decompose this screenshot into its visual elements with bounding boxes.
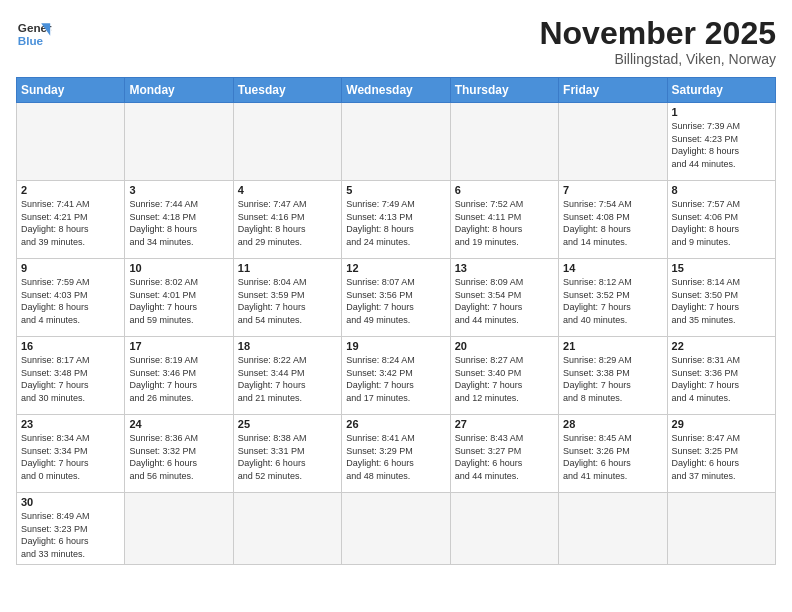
logo-icon: General Blue	[16, 16, 52, 52]
calendar-cell	[559, 493, 667, 564]
day-info: Sunrise: 7:47 AM Sunset: 4:16 PM Dayligh…	[238, 198, 337, 248]
calendar-cell: 8Sunrise: 7:57 AM Sunset: 4:06 PM Daylig…	[667, 181, 775, 259]
week-row-3: 16Sunrise: 8:17 AM Sunset: 3:48 PM Dayli…	[17, 337, 776, 415]
day-info: Sunrise: 8:29 AM Sunset: 3:38 PM Dayligh…	[563, 354, 662, 404]
calendar-cell: 19Sunrise: 8:24 AM Sunset: 3:42 PM Dayli…	[342, 337, 450, 415]
day-info: Sunrise: 8:04 AM Sunset: 3:59 PM Dayligh…	[238, 276, 337, 326]
day-info: Sunrise: 8:45 AM Sunset: 3:26 PM Dayligh…	[563, 432, 662, 482]
day-number: 5	[346, 184, 445, 196]
day-info: Sunrise: 8:47 AM Sunset: 3:25 PM Dayligh…	[672, 432, 771, 482]
svg-text:Blue: Blue	[18, 34, 44, 47]
day-number: 28	[563, 418, 662, 430]
day-number: 9	[21, 262, 120, 274]
day-info: Sunrise: 8:12 AM Sunset: 3:52 PM Dayligh…	[563, 276, 662, 326]
day-number: 16	[21, 340, 120, 352]
day-info: Sunrise: 8:09 AM Sunset: 3:54 PM Dayligh…	[455, 276, 554, 326]
day-info: Sunrise: 7:52 AM Sunset: 4:11 PM Dayligh…	[455, 198, 554, 248]
day-number: 24	[129, 418, 228, 430]
calendar-cell: 16Sunrise: 8:17 AM Sunset: 3:48 PM Dayli…	[17, 337, 125, 415]
day-number: 22	[672, 340, 771, 352]
day-info: Sunrise: 8:07 AM Sunset: 3:56 PM Dayligh…	[346, 276, 445, 326]
calendar: Sunday Monday Tuesday Wednesday Thursday…	[16, 77, 776, 564]
day-info: Sunrise: 8:31 AM Sunset: 3:36 PM Dayligh…	[672, 354, 771, 404]
week-row-0: 1Sunrise: 7:39 AM Sunset: 4:23 PM Daylig…	[17, 103, 776, 181]
calendar-cell	[233, 493, 341, 564]
calendar-cell	[450, 103, 558, 181]
header-saturday: Saturday	[667, 78, 775, 103]
day-number: 4	[238, 184, 337, 196]
calendar-cell: 13Sunrise: 8:09 AM Sunset: 3:54 PM Dayli…	[450, 259, 558, 337]
day-info: Sunrise: 7:59 AM Sunset: 4:03 PM Dayligh…	[21, 276, 120, 326]
location: Billingstad, Viken, Norway	[539, 51, 776, 67]
calendar-cell: 17Sunrise: 8:19 AM Sunset: 3:46 PM Dayli…	[125, 337, 233, 415]
calendar-cell: 9Sunrise: 7:59 AM Sunset: 4:03 PM Daylig…	[17, 259, 125, 337]
day-info: Sunrise: 8:02 AM Sunset: 4:01 PM Dayligh…	[129, 276, 228, 326]
day-info: Sunrise: 8:19 AM Sunset: 3:46 PM Dayligh…	[129, 354, 228, 404]
day-number: 27	[455, 418, 554, 430]
day-number: 21	[563, 340, 662, 352]
day-number: 7	[563, 184, 662, 196]
calendar-cell	[342, 493, 450, 564]
day-info: Sunrise: 7:44 AM Sunset: 4:18 PM Dayligh…	[129, 198, 228, 248]
day-info: Sunrise: 7:54 AM Sunset: 4:08 PM Dayligh…	[563, 198, 662, 248]
day-number: 20	[455, 340, 554, 352]
title-block: November 2025 Billingstad, Viken, Norway	[539, 16, 776, 67]
calendar-cell	[450, 493, 558, 564]
header-tuesday: Tuesday	[233, 78, 341, 103]
calendar-cell: 12Sunrise: 8:07 AM Sunset: 3:56 PM Dayli…	[342, 259, 450, 337]
day-info: Sunrise: 7:39 AM Sunset: 4:23 PM Dayligh…	[672, 120, 771, 170]
day-number: 23	[21, 418, 120, 430]
calendar-cell: 15Sunrise: 8:14 AM Sunset: 3:50 PM Dayli…	[667, 259, 775, 337]
day-number: 14	[563, 262, 662, 274]
calendar-cell: 3Sunrise: 7:44 AM Sunset: 4:18 PM Daylig…	[125, 181, 233, 259]
page: General Blue November 2025 Billingstad, …	[0, 0, 792, 612]
day-number: 2	[21, 184, 120, 196]
day-info: Sunrise: 8:14 AM Sunset: 3:50 PM Dayligh…	[672, 276, 771, 326]
logo: General Blue	[16, 16, 52, 52]
day-info: Sunrise: 8:36 AM Sunset: 3:32 PM Dayligh…	[129, 432, 228, 482]
week-row-4: 23Sunrise: 8:34 AM Sunset: 3:34 PM Dayli…	[17, 415, 776, 493]
calendar-cell: 10Sunrise: 8:02 AM Sunset: 4:01 PM Dayli…	[125, 259, 233, 337]
calendar-cell: 25Sunrise: 8:38 AM Sunset: 3:31 PM Dayli…	[233, 415, 341, 493]
calendar-cell: 30Sunrise: 8:49 AM Sunset: 3:23 PM Dayli…	[17, 493, 125, 564]
calendar-cell: 5Sunrise: 7:49 AM Sunset: 4:13 PM Daylig…	[342, 181, 450, 259]
calendar-cell: 14Sunrise: 8:12 AM Sunset: 3:52 PM Dayli…	[559, 259, 667, 337]
day-info: Sunrise: 8:34 AM Sunset: 3:34 PM Dayligh…	[21, 432, 120, 482]
calendar-cell: 7Sunrise: 7:54 AM Sunset: 4:08 PM Daylig…	[559, 181, 667, 259]
calendar-cell	[125, 103, 233, 181]
day-number: 11	[238, 262, 337, 274]
day-number: 25	[238, 418, 337, 430]
day-info: Sunrise: 8:41 AM Sunset: 3:29 PM Dayligh…	[346, 432, 445, 482]
day-number: 26	[346, 418, 445, 430]
calendar-cell	[233, 103, 341, 181]
header: General Blue November 2025 Billingstad, …	[16, 16, 776, 67]
day-number: 6	[455, 184, 554, 196]
calendar-cell: 4Sunrise: 7:47 AM Sunset: 4:16 PM Daylig…	[233, 181, 341, 259]
day-number: 12	[346, 262, 445, 274]
weekday-header-row: Sunday Monday Tuesday Wednesday Thursday…	[17, 78, 776, 103]
calendar-cell: 24Sunrise: 8:36 AM Sunset: 3:32 PM Dayli…	[125, 415, 233, 493]
day-number: 3	[129, 184, 228, 196]
calendar-cell	[559, 103, 667, 181]
header-thursday: Thursday	[450, 78, 558, 103]
calendar-cell	[17, 103, 125, 181]
header-sunday: Sunday	[17, 78, 125, 103]
day-info: Sunrise: 8:38 AM Sunset: 3:31 PM Dayligh…	[238, 432, 337, 482]
day-info: Sunrise: 8:24 AM Sunset: 3:42 PM Dayligh…	[346, 354, 445, 404]
day-number: 19	[346, 340, 445, 352]
day-number: 29	[672, 418, 771, 430]
header-friday: Friday	[559, 78, 667, 103]
day-info: Sunrise: 7:41 AM Sunset: 4:21 PM Dayligh…	[21, 198, 120, 248]
calendar-cell: 28Sunrise: 8:45 AM Sunset: 3:26 PM Dayli…	[559, 415, 667, 493]
day-info: Sunrise: 8:49 AM Sunset: 3:23 PM Dayligh…	[21, 510, 120, 560]
day-number: 8	[672, 184, 771, 196]
header-wednesday: Wednesday	[342, 78, 450, 103]
day-info: Sunrise: 8:43 AM Sunset: 3:27 PM Dayligh…	[455, 432, 554, 482]
day-number: 15	[672, 262, 771, 274]
calendar-cell: 23Sunrise: 8:34 AM Sunset: 3:34 PM Dayli…	[17, 415, 125, 493]
calendar-cell: 6Sunrise: 7:52 AM Sunset: 4:11 PM Daylig…	[450, 181, 558, 259]
calendar-cell: 27Sunrise: 8:43 AM Sunset: 3:27 PM Dayli…	[450, 415, 558, 493]
calendar-cell: 18Sunrise: 8:22 AM Sunset: 3:44 PM Dayli…	[233, 337, 341, 415]
calendar-cell: 22Sunrise: 8:31 AM Sunset: 3:36 PM Dayli…	[667, 337, 775, 415]
calendar-cell	[667, 493, 775, 564]
